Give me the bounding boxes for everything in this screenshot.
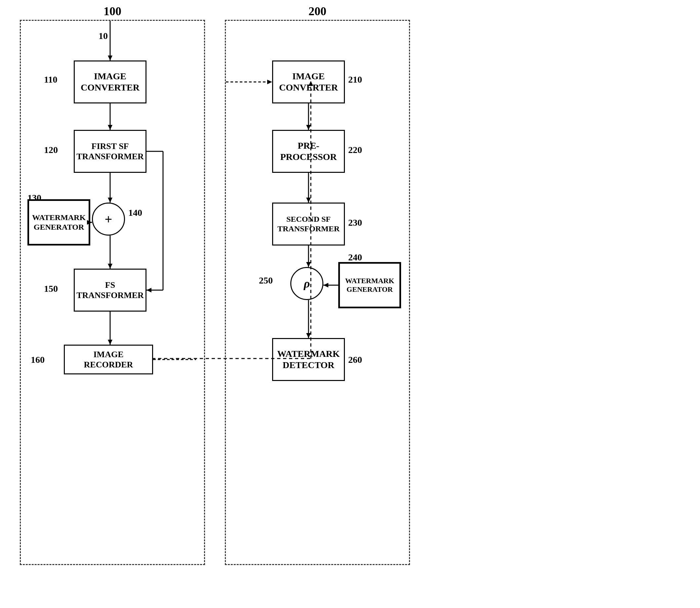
- ref-120: 120: [44, 145, 58, 155]
- svg-marker-27: [324, 283, 328, 287]
- box-210: IMAGE CONVERTER: [272, 60, 345, 103]
- svg-marker-21: [306, 125, 311, 130]
- block-200-label: 200: [309, 4, 326, 18]
- block-200: 200 IMAGE CONVERTER 210 PRE- PROCESSOR 2…: [225, 20, 410, 565]
- svg-marker-25: [306, 262, 311, 267]
- svg-marker-23: [306, 197, 311, 203]
- svg-marker-5: [108, 197, 112, 203]
- ref-220: 220: [348, 145, 362, 155]
- ref-230: 230: [348, 217, 362, 228]
- circle-250: ρ: [290, 267, 324, 300]
- box-220: PRE- PROCESSOR: [272, 130, 345, 173]
- box-110: IMAGE CONVERTER: [74, 60, 146, 103]
- block-100-label: 100: [104, 4, 121, 18]
- svg-marker-19: [267, 80, 272, 84]
- ref-250: 250: [259, 275, 273, 286]
- ref-130: 130: [27, 193, 41, 203]
- box-230: SECOND SF TRANSFORMER: [272, 203, 345, 246]
- ref-240: 240: [348, 252, 362, 263]
- svg-marker-16: [108, 340, 112, 345]
- ref-260: 260: [348, 355, 362, 365]
- box-150: FS TRANSFORMER: [74, 269, 146, 311]
- svg-marker-14: [146, 288, 151, 292]
- ref-140: 140: [128, 208, 142, 218]
- svg-marker-10: [108, 264, 112, 269]
- svg-marker-3: [108, 125, 112, 130]
- box-130: WATERMARK GENERATOR: [27, 199, 90, 246]
- ref-150: 150: [44, 284, 58, 294]
- box-260: WATERMARK DETECTOR: [272, 338, 345, 381]
- ref-110: 110: [44, 74, 57, 85]
- svg-marker-29: [306, 333, 311, 338]
- svg-marker-1: [108, 56, 112, 60]
- box-120: FIRST SF TRANSFORMER: [74, 130, 146, 173]
- ref-160: 160: [31, 355, 44, 365]
- ref-210: 210: [348, 74, 362, 85]
- circle-140: +: [92, 203, 125, 235]
- ref-10-label: 10: [98, 31, 108, 41]
- box-160: IMAGE RECORDER: [64, 345, 153, 374]
- box-240: WATERMARK GENERATOR: [338, 262, 401, 308]
- block-100: 100 10 IMAGE CONVERTER 110 FIRST SF TRAN…: [20, 20, 205, 565]
